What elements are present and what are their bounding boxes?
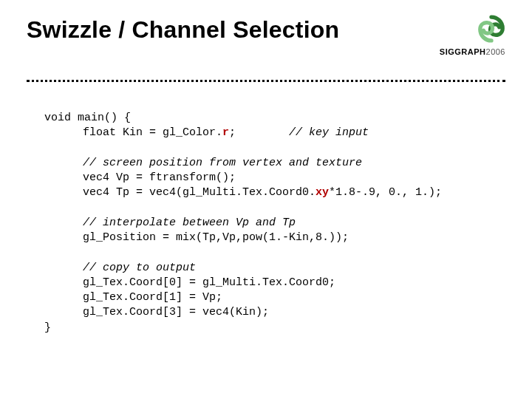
swizzle-r: r bbox=[222, 126, 229, 139]
code-line: gl_Position = mix(Tp,Vp,pow(1.-Kin,8.)); bbox=[83, 231, 349, 244]
code-line: vec4 Tp = vec4(gl_Multi.Tex.Coord0. bbox=[83, 186, 316, 199]
logo-text: SIGGRAPH2006 bbox=[409, 47, 505, 56]
code-block: void main() { float Kin = gl_Color.r; //… bbox=[44, 111, 442, 335]
code-line: gl_Tex.Coord[3] = vec4(Kin); bbox=[83, 306, 269, 318]
code-comment: // copy to output bbox=[83, 262, 196, 274]
code-line: gl_Tex.Coord[0] = gl_Multi.Tex.Coord0; bbox=[83, 276, 335, 289]
code-line: } bbox=[44, 321, 51, 334]
code-comment: // key input bbox=[289, 126, 369, 139]
code-line: float Kin = gl_Color. bbox=[83, 126, 222, 139]
code-line: vec4 Vp = ftransform(); bbox=[83, 171, 236, 184]
code-comment: // interpolate between Vp and Tp bbox=[83, 216, 296, 229]
code-line: ; bbox=[229, 126, 236, 139]
code-line: *1.8-.9, 0., 1.); bbox=[329, 186, 442, 199]
slide: Swizzle / Channel Selection SIGGRAPH2006… bbox=[0, 0, 532, 399]
divider bbox=[27, 80, 505, 82]
siggraph-logo: SIGGRAPH2006 bbox=[409, 15, 505, 56]
page-title: Swizzle / Channel Selection bbox=[27, 16, 339, 44]
logo-year: 2006 bbox=[486, 47, 505, 56]
code-line: gl_Tex.Coord[1] = Vp; bbox=[83, 291, 222, 304]
logo-brand: SIGGRAPH bbox=[440, 47, 486, 56]
code-line: void main() { bbox=[44, 112, 131, 124]
swizzle-xy: xy bbox=[316, 186, 329, 199]
code-comment: // screen position from vertex and textu… bbox=[83, 157, 362, 169]
swirl-icon bbox=[477, 15, 505, 46]
